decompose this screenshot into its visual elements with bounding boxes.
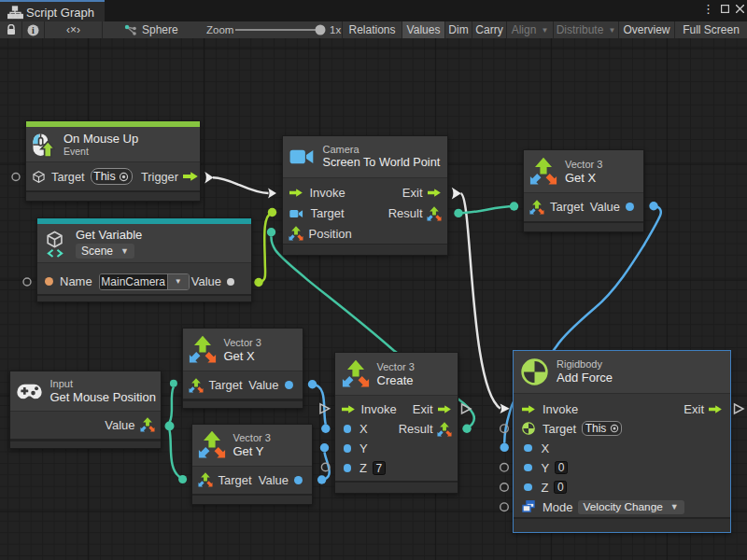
svg-text:1x: 1x [330,24,341,35]
svg-text:i: i [32,25,35,35]
